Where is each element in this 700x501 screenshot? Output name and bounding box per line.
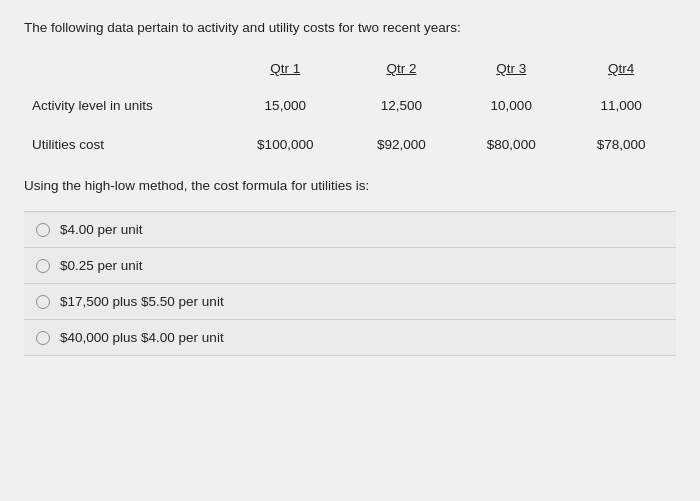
activity-qtr2: 12,500 [347, 92, 457, 119]
intro-text: The following data pertain to activity a… [24, 20, 676, 35]
radio-circle-2 [36, 295, 50, 309]
utilities-qtr3: $80,000 [456, 131, 566, 158]
utilities-qtr4: $78,000 [566, 131, 676, 158]
option-item-0[interactable]: $4.00 per unit [24, 211, 676, 248]
radio-circle-1 [36, 259, 50, 273]
option-item-1[interactable]: $0.25 per unit [24, 247, 676, 284]
question-text: Using the high-low method, the cost form… [24, 178, 676, 193]
option-label-2: $17,500 plus $5.50 per unit [60, 294, 224, 309]
utilities-label: Utilities cost [24, 131, 224, 158]
option-label-0: $4.00 per unit [60, 222, 143, 237]
activity-label: Activity level in units [24, 92, 224, 119]
header-qtr3: Qtr 3 [456, 57, 566, 80]
table-row-utilities: Utilities cost $100,000 $92,000 $80,000 … [24, 131, 676, 158]
header-qtr1: Qtr 1 [224, 57, 347, 80]
option-label-3: $40,000 plus $4.00 per unit [60, 330, 224, 345]
data-table: Qtr 1 Qtr 2 Qtr 3 Qtr4 Activity level in… [24, 57, 676, 158]
option-item-2[interactable]: $17,500 plus $5.50 per unit [24, 283, 676, 320]
radio-circle-0 [36, 223, 50, 237]
radio-circle-3 [36, 331, 50, 345]
activity-qtr4: 11,000 [566, 92, 676, 119]
header-label [24, 57, 224, 80]
table-row-activity: Activity level in units 15,000 12,500 10… [24, 92, 676, 119]
utilities-qtr1: $100,000 [224, 131, 347, 158]
options-list: $4.00 per unit$0.25 per unit$17,500 plus… [24, 211, 676, 356]
utilities-qtr2: $92,000 [347, 131, 457, 158]
header-qtr4: Qtr4 [566, 57, 676, 80]
header-qtr2: Qtr 2 [347, 57, 457, 80]
activity-qtr1: 15,000 [224, 92, 347, 119]
activity-qtr3: 10,000 [456, 92, 566, 119]
main-card: The following data pertain to activity a… [0, 0, 700, 501]
option-item-3[interactable]: $40,000 plus $4.00 per unit [24, 319, 676, 356]
option-label-1: $0.25 per unit [60, 258, 143, 273]
